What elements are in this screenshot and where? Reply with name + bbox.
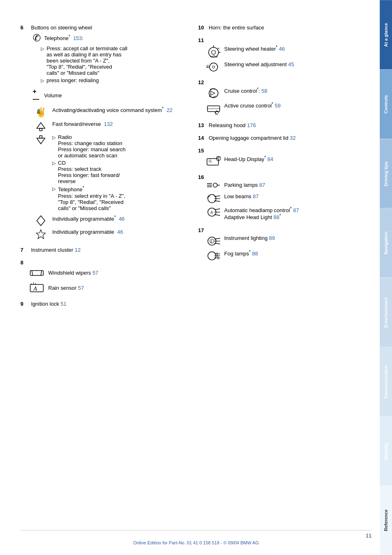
section13-page[interactable]: 176 xyxy=(247,122,256,128)
svg-point-27 xyxy=(207,67,208,68)
section9-page[interactable]: 51 xyxy=(60,301,66,307)
fog-lamps-page[interactable]: 88 xyxy=(252,251,258,257)
sidebar-label-at-a-glance: At a glance xyxy=(383,23,388,47)
sidebar: At a glance Controls Driving tips Naviga… xyxy=(380,0,392,555)
rain-page[interactable]: 57 xyxy=(78,285,84,291)
section-number-9: 9 xyxy=(20,301,29,307)
sidebar-tab-driving-tips[interactable]: Driving tips xyxy=(380,139,392,208)
svg-marker-4 xyxy=(37,123,45,128)
section-12: 12 Cruise contro xyxy=(198,79,359,116)
auto-headlamp-page[interactable]: 87 xyxy=(293,207,299,213)
section14-page[interactable]: 32 xyxy=(290,135,296,141)
steering-adj-page[interactable]: 45 xyxy=(288,61,294,67)
prog2-text: Individually programmable 46 xyxy=(52,229,123,235)
low-beams-page[interactable]: 87 xyxy=(253,193,258,199)
hud-icon xyxy=(206,155,221,168)
fastforward-section: Fast forward/reverse 132 xyxy=(33,121,182,132)
section-number-17: 17 xyxy=(198,227,206,233)
sidebar-tab-at-a-glance[interactable]: At a glance xyxy=(380,0,392,69)
svg-text:A: A xyxy=(210,210,213,215)
section-title-7: Instrument cluster 12 xyxy=(31,247,80,253)
phone-icon: ✆ xyxy=(33,32,41,44)
rain-icon-cell: A xyxy=(29,282,45,294)
parking-icon-cell xyxy=(206,182,221,191)
svg-marker-6 xyxy=(37,138,45,144)
page-number: 11 xyxy=(366,533,372,539)
fog-lamps-icon xyxy=(206,250,221,262)
footer-divider xyxy=(20,530,372,530)
section-11: 11 xyxy=(198,37,359,73)
radio-cd-details: ▷ RadioPress: change radio stationPress … xyxy=(52,134,125,212)
telephone-label: Telephone* 153: xyxy=(44,34,83,41)
auto-headlamp-icon-cell: A xyxy=(206,206,221,218)
rain-sensor-icon: A xyxy=(29,282,44,294)
active-cruise-page[interactable]: 59 xyxy=(275,103,281,109)
radio-bullet: ▷ RadioPress: change radio stationPress … xyxy=(52,134,125,159)
parking-lamps-row: Parking lamps 87 xyxy=(206,182,359,191)
sidebar-tab-controls[interactable]: Controls xyxy=(380,69,392,139)
volume-symbols: + — xyxy=(33,87,39,103)
section-number-6: 6 xyxy=(20,25,29,31)
radio-cd-section: ▷ RadioPress: change radio stationPress … xyxy=(33,134,182,212)
voice-icon-cell: ✌ xyxy=(33,106,49,118)
cruise-text: Cruise control*: 58 xyxy=(224,87,267,94)
sidebar-tab-communication[interactable]: Communication xyxy=(380,347,392,416)
section-number-11: 11 xyxy=(198,37,206,43)
section-title-14: Opening luggage compartment lid 32 xyxy=(209,135,296,141)
volume-section: + — Volume xyxy=(33,87,182,103)
svg-point-19 xyxy=(212,50,216,54)
section7-page[interactable]: 12 xyxy=(75,247,80,253)
rain-sensor-label: Rain sensor 57 xyxy=(48,285,84,291)
section-number-8: 8 xyxy=(20,260,29,266)
low-beams-icon-cell xyxy=(206,193,221,204)
section-9: 9 Ignition lock 51 xyxy=(20,301,182,307)
prog2-icon-cell xyxy=(33,229,49,240)
voice-section: ✌ Activating/deactivating voice command … xyxy=(33,106,182,118)
ff-page[interactable]: 132 xyxy=(104,121,113,127)
steering-heater-page[interactable]: 46 xyxy=(279,46,285,52)
svg-rect-5 xyxy=(40,128,42,131)
voice-text: Activating/deactivating voice command sy… xyxy=(52,106,172,113)
prog2-page[interactable]: 46 xyxy=(117,229,123,235)
sidebar-tab-entertainment[interactable]: Entertainment xyxy=(380,278,392,347)
sidebar-tab-navigation[interactable]: Navigation xyxy=(380,208,392,278)
sidebar-label-entertainment: Entertainment xyxy=(383,297,388,327)
sidebar-label-reference: Reference xyxy=(383,510,388,531)
adaptive-page[interactable]: 88 xyxy=(274,215,279,221)
prog1-page[interactable]: 46 xyxy=(119,216,125,222)
auto-headlamp-row: A Automatic headlamp control* 87 Adaptiv… xyxy=(206,206,359,221)
section-7: 7 Instrument cluster 12 xyxy=(20,247,182,253)
section-title-10: Horn: the entire surface xyxy=(209,25,264,31)
tel2-bullet: ▷ Telephone*Press: select entry in "A - … xyxy=(52,186,125,211)
auto-headlamp-text: Automatic headlamp control* 87 Adaptive … xyxy=(224,206,299,221)
voice-icon: ✌ xyxy=(35,106,47,118)
cd-bullet: ▷ CDPress: select trackPress longer: fas… xyxy=(52,160,125,184)
prog2-label: Individually programmable xyxy=(52,229,114,235)
instrument-lighting-page[interactable]: 89 xyxy=(269,235,275,241)
auto-headlamp-icon: A xyxy=(206,206,221,218)
section-15: 15 xyxy=(198,148,359,168)
sidebar-tab-reference[interactable]: Reference xyxy=(380,486,392,555)
sidebar-tab-mobility[interactable]: Mobility xyxy=(380,416,392,486)
active-cruise-text: Active cruise control* 59 xyxy=(224,102,281,109)
instrument-lighting-row: J Instrument lighting 89 xyxy=(206,235,359,247)
parking-lamps-text: Parking lamps 87 xyxy=(224,182,265,188)
svg-line-11 xyxy=(32,271,33,275)
svg-rect-7 xyxy=(40,136,42,138)
voice-page[interactable]: 22 xyxy=(167,107,172,114)
svg-point-28 xyxy=(209,89,218,98)
windshield-page[interactable]: 57 xyxy=(92,270,98,276)
plus-icon: + xyxy=(33,87,39,95)
telephone-page-link[interactable]: 153 xyxy=(73,36,82,42)
section-17: 17 J xyxy=(198,227,359,262)
minus-icon: — xyxy=(33,95,39,103)
section-10: 10 Horn: the entire surface xyxy=(198,25,359,31)
section-number-10: 10 xyxy=(198,25,206,31)
cruise-row: Cruise control*: 58 xyxy=(206,87,359,99)
hud-page[interactable]: 84 xyxy=(267,156,273,162)
section-number-14: 14 xyxy=(198,135,206,141)
cruise-page[interactable]: 58 xyxy=(261,88,267,94)
parking-lamps-page[interactable]: 87 xyxy=(259,182,265,188)
prog1-text: Individually programmable* 46 xyxy=(52,215,125,222)
voice-label: Activating/deactivating voice command sy… xyxy=(52,107,162,114)
